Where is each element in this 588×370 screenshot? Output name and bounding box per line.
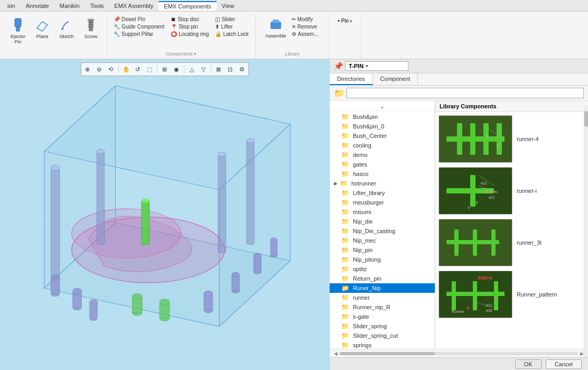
dir-item-bush-center[interactable]: 📁Bush_Center: [330, 131, 435, 141]
support-pillar-button[interactable]: 🔧 Support Pillar: [111, 31, 166, 38]
dir-item-s-gate[interactable]: 📁s-gate: [330, 312, 435, 321]
dir-item-demo[interactable]: 📁demo: [330, 150, 435, 160]
assem-button2[interactable]: ⚙ Assem...: [290, 31, 321, 38]
sketch-button[interactable]: Sketch: [55, 16, 78, 41]
dir-item-springs[interactable]: 📁springs: [330, 340, 435, 349]
dir-item-meusburger[interactable]: 📁meusburger: [330, 198, 435, 207]
panel-pin-icon: 📌: [334, 62, 343, 70]
dir-item-nip-die[interactable]: 📁Nip_die: [330, 217, 435, 226]
modify-button[interactable]: ✏ Modify: [290, 16, 321, 23]
dir-item-nip-die-casting[interactable]: 📁Nip_Die_casting: [330, 226, 435, 236]
dir-item-lifter-library[interactable]: 📁Lifter_library: [330, 188, 435, 198]
dir-item-nip-pin[interactable]: 📁Nip_pin: [330, 245, 435, 255]
scene-svg: [5, 80, 324, 365]
remove-button[interactable]: ✕ Remove: [290, 23, 321, 30]
dir-item-bush-pin-0[interactable]: 📁Bush&pin_0: [330, 122, 435, 131]
dir-label-nip-pin: Nip_pin: [353, 247, 372, 253]
plane-button[interactable]: Plane: [31, 16, 54, 41]
component-runner-i[interactable]: d12 D_inner d11 Z Y runner-i: [437, 166, 586, 216]
dir-scroll-right-btn[interactable]: ▶: [580, 351, 584, 356]
dir-item-hotrunner[interactable]: ▶📁hotrunner: [330, 179, 435, 188]
cancel-button[interactable]: Cancel: [546, 359, 582, 369]
ribbon-group-main: EjectorPin Plane Sketch Screw: [2, 14, 107, 59]
svg-rect-51: [247, 141, 254, 245]
dir-item-cooling[interactable]: 📁cooling: [330, 141, 435, 150]
assemble-button[interactable]: Assemble: [264, 16, 287, 40]
show-btn[interactable]: ⊡: [225, 64, 236, 75]
dir-label-runner: runner: [353, 294, 370, 301]
viewport[interactable]: ⊕ ⊖ ⟲ ✋ ↺ ⬚ ⊞ ◉ △ ▽ ⊠ ⊡ ⚙: [0, 59, 329, 370]
dir-item-hasco[interactable]: 📁hasco: [330, 169, 435, 179]
menu-view[interactable]: View: [217, 2, 240, 10]
pan-btn[interactable]: ✋: [121, 64, 132, 75]
svg-text:Z: Z: [475, 200, 478, 205]
section-btn[interactable]: ⊞: [160, 64, 170, 75]
locating-ring-button[interactable]: ⭕ Locating ring: [169, 31, 211, 38]
menu-tools[interactable]: Tools: [85, 2, 109, 10]
slider-button[interactable]: ◫ Slider: [213, 16, 250, 23]
stop-disc-button[interactable]: ⏹ Stop disc: [169, 16, 211, 23]
shading-btn[interactable]: ◉: [171, 64, 182, 75]
perspective-btn[interactable]: △: [186, 64, 197, 75]
ortho-btn[interactable]: ▽: [198, 64, 209, 75]
zoom-in-btn[interactable]: ⊕: [82, 64, 93, 75]
dir-item-bush-pin[interactable]: 📁Bush&pin: [330, 112, 435, 122]
menu-annotate[interactable]: Annotate: [21, 2, 54, 10]
svg-rect-31: [90, 302, 97, 318]
dir-label-return-pin: Return_pin: [353, 275, 381, 282]
tab-directories[interactable]: Directories: [330, 73, 373, 85]
dir-item-return-pin[interactable]: 📁Return_pin: [330, 274, 435, 283]
dir-folder-icon-runner: 📁: [341, 294, 349, 301]
svg-rect-62: [483, 123, 489, 155]
stop-pin-button[interactable]: 📍 Stop pin: [169, 23, 211, 30]
dir-item-runner[interactable]: 📁runner: [330, 293, 435, 302]
component-runner-pattern[interactable]: P25=n Runner d17 d16 X Runner_pattern: [437, 270, 586, 319]
tab-component[interactable]: Component: [373, 73, 418, 85]
tb-sep3: [184, 65, 184, 73]
latch-lock-button[interactable]: 🔒 Latch Lock: [213, 31, 250, 38]
guide-component-button[interactable]: 🔧 Guide Component: [111, 23, 166, 30]
zoom-fit-btn[interactable]: ⟲: [106, 64, 116, 75]
component-runner-4[interactable]: Z Y runner-4: [437, 114, 586, 164]
dir-item-misumi[interactable]: 📁misumi: [330, 207, 435, 217]
svg-rect-81: [452, 281, 456, 310]
dir-item-runer-nip[interactable]: 📁Runer_Nip: [330, 283, 435, 293]
dir-item-runner-nip-r[interactable]: 📁Runner_nip_R: [330, 302, 435, 312]
menu-ion[interactable]: ion: [2, 2, 21, 10]
dir-label-runner-nip-r: Runner_nip_R: [353, 304, 390, 310]
svg-rect-10: [270, 22, 281, 29]
menu-emx-components[interactable]: EMX Components: [158, 1, 216, 11]
search-input[interactable]: [347, 88, 584, 98]
ejector-pin-button[interactable]: EjectorPin: [6, 16, 30, 46]
svg-text:X: X: [466, 306, 470, 310]
dir-item-gates[interactable]: 📁gates: [330, 160, 435, 169]
dir-item-nip-mec[interactable]: 📁Nip_mec: [330, 236, 435, 245]
dir-folder-icon-nip-die: 📁: [341, 218, 349, 225]
dir-item-slider-spring-cut[interactable]: 📁Slider_spring_cut: [330, 331, 435, 340]
screw-icon: [83, 17, 98, 34]
screw-button[interactable]: Screw: [79, 16, 102, 41]
view-btn[interactable]: ⬚: [144, 64, 155, 75]
hide-btn[interactable]: ⊠: [213, 64, 224, 75]
svg-rect-83: [494, 281, 498, 310]
zoom-out-btn[interactable]: ⊖: [94, 64, 105, 75]
dir-label-nip-die-casting: Nip_Die_casting: [353, 228, 395, 234]
guide-component-label: Guide Component: [122, 24, 164, 30]
dowel-pin-button[interactable]: 📌 Dowel Pin: [111, 16, 166, 23]
tpin-dropdown[interactable]: T-PIN ▾: [345, 61, 408, 71]
support-pillar-icon: 🔧: [114, 31, 120, 37]
menu-manikin[interactable]: Manikin: [54, 2, 85, 10]
dir-item-nip-pitong[interactable]: 📁Nip_pitong: [330, 255, 435, 264]
scene-3d: [5, 80, 324, 365]
modify-icon: ✏: [292, 16, 296, 22]
menu-emx-assembly[interactable]: EMX Assembly: [109, 2, 158, 10]
dir-scroll-left-btn[interactable]: ◀: [334, 351, 338, 356]
settings-btn[interactable]: ⚙: [237, 64, 247, 75]
lifter-button[interactable]: ⬆ Lifter: [213, 23, 250, 30]
svg-point-23: [142, 198, 149, 202]
rotate-btn[interactable]: ↺: [133, 64, 143, 75]
dir-item-slider-spring[interactable]: 📁Slider_spring: [330, 321, 435, 331]
dir-item-optitz[interactable]: 📁optitz: [330, 264, 435, 274]
component-runner-3t[interactable]: runner_3t: [437, 218, 586, 267]
ok-button[interactable]: OK: [515, 359, 542, 369]
